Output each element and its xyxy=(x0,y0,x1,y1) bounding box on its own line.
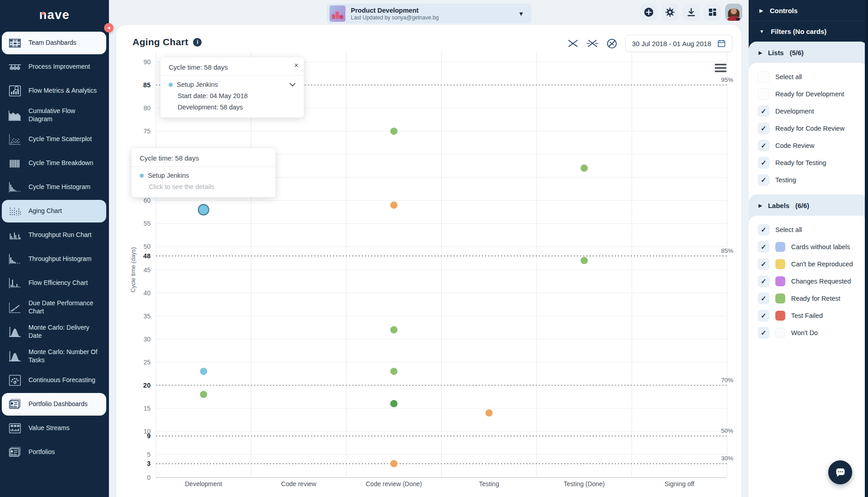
filter-option-label: Testing xyxy=(775,176,796,184)
sidebar-item-cumulative-flow-diagram[interactable]: Cumulative Flow Diagram xyxy=(2,104,106,127)
filter-option-label: Development xyxy=(775,108,814,115)
checkbox-checked[interactable]: ✓ xyxy=(758,275,769,287)
sidebar-item-cycle-time-scatterplot[interactable]: Cycle Time Scatterplot xyxy=(2,128,106,151)
label-color-swatch xyxy=(775,293,785,303)
x-axis-label: Testing xyxy=(479,480,499,488)
checkbox-checked[interactable]: ✓ xyxy=(758,174,769,186)
process-improvement-icon xyxy=(7,59,23,75)
controls-label: Controls xyxy=(770,7,798,14)
y-axis-tick-percentile: 85 xyxy=(143,81,151,89)
card-color-dot xyxy=(169,83,173,87)
user-avatar[interactable] xyxy=(725,4,742,21)
checkbox-checked[interactable]: ✓ xyxy=(758,327,769,339)
y-axis-tick: 5 xyxy=(147,451,151,458)
card-color-dot xyxy=(140,174,144,178)
data-point[interactable] xyxy=(198,204,209,215)
label-color-swatch xyxy=(775,259,785,269)
chart-menu-icon[interactable] xyxy=(715,64,726,72)
sidebar-item-throughput-histogram[interactable]: Throughput Histogram xyxy=(2,248,106,270)
checkbox-unchecked[interactable] xyxy=(758,71,769,83)
sidebar-item-label: Monte Carlo: Delivery Date xyxy=(28,324,101,340)
chat-button[interactable] xyxy=(828,460,852,484)
tooltip-card-row[interactable]: Setup Jenkins xyxy=(140,172,267,179)
sidebar-item-aging-chart[interactable]: Aging Chart xyxy=(2,200,106,222)
sidebar-item-throughput-run-chart[interactable]: Throughput Run Chart xyxy=(2,224,106,246)
sidebar-item-label: Cycle Time Breakdown xyxy=(28,159,93,167)
sidebar-item-due-date-performance-chart[interactable]: Due Date Performance Chart xyxy=(2,296,106,319)
data-point[interactable] xyxy=(580,257,588,264)
data-point[interactable] xyxy=(390,368,397,375)
sidebar-item-portfolio-dashboards[interactable]: Portfolio Dashboards xyxy=(2,393,106,416)
controls-section-header[interactable]: ▶ Controls xyxy=(749,0,868,21)
data-point[interactable] xyxy=(200,368,207,375)
data-point[interactable] xyxy=(580,165,588,172)
sidebar-item-team-dashbards[interactable]: Team Dashbards xyxy=(2,32,106,54)
sidebar-item-flow-efficiency-chart[interactable]: Flow Efficiency Chart xyxy=(2,272,106,294)
sidebar-item-label: Cycle Time Scatterplot xyxy=(28,135,92,143)
y-axis-title: Cycle time (days) xyxy=(130,247,137,292)
sidebar-item-value-streams[interactable]: Value Streams xyxy=(2,417,106,440)
logo-accent-mark xyxy=(41,11,45,14)
add-dashboard-button[interactable] xyxy=(640,4,657,21)
sidebar-item-cycle-time-histogram[interactable]: Cycle Time Histogram xyxy=(2,176,106,199)
data-point[interactable] xyxy=(486,409,493,417)
sidebar-item-flow-metrics-analytics[interactable]: Flow Metrics & Analytics xyxy=(2,80,106,102)
checkbox-checked[interactable]: ✓ xyxy=(758,157,769,169)
sidebar-item-portfolios[interactable]: Portfolios xyxy=(2,441,106,464)
tooltip-hover: Cycle time: 58 days Setup Jenkins Click … xyxy=(132,148,275,197)
labels-count: (6/6) xyxy=(795,202,809,209)
sidebar: nave ◀ Team DashbardsProcess Improvement… xyxy=(0,0,109,497)
y-axis-tick: 60 xyxy=(143,197,151,204)
sidebar-collapse-button[interactable]: ◀ xyxy=(104,23,113,33)
sidebar-item-process-improvement[interactable]: Process Improvement xyxy=(2,56,106,78)
settings-button[interactable] xyxy=(661,4,679,21)
card-name: Setup Jenkins xyxy=(177,81,218,88)
download-button[interactable] xyxy=(683,4,700,21)
y-axis-tick: 80 xyxy=(143,104,151,112)
chevron-down-icon[interactable]: ▼ xyxy=(518,10,524,17)
sidebar-item-label: Throughput Run Chart xyxy=(28,231,91,239)
sidebar-item-label: Cycle Time Histogram xyxy=(28,183,90,191)
scrollbar[interactable] xyxy=(865,0,868,497)
sidebar-item-label: Portfolio Dashboards xyxy=(28,400,88,408)
portfolio-cards-icon xyxy=(7,445,23,460)
tooltip-card-row[interactable]: Setup Jenkins xyxy=(169,81,296,88)
checkbox-checked[interactable]: ✓ xyxy=(758,241,769,253)
sidebar-item-monte-carlo-number-of-tasks[interactable]: Monte Carlo: Number Of Tasks xyxy=(2,345,106,368)
filter-option-cards-without-labels: ✓Cards without labels xyxy=(753,240,863,254)
info-icon[interactable]: i xyxy=(193,38,202,47)
data-point[interactable] xyxy=(390,128,397,135)
data-point[interactable] xyxy=(390,400,397,407)
checkbox-checked[interactable]: ✓ xyxy=(758,123,769,134)
board-selector[interactable]: Product Development Last Updated by sony… xyxy=(326,4,531,24)
sidebar-item-monte-carlo-delivery-date[interactable]: Monte Carlo: Delivery Date xyxy=(2,320,106,343)
filter-option-ready-for-code-review: ✓Ready for Code Review xyxy=(753,121,863,136)
board-texts: Product Development Last Updated by sony… xyxy=(351,7,439,21)
close-icon[interactable]: × xyxy=(294,62,298,70)
chevron-down-icon[interactable] xyxy=(289,83,296,87)
top-bar: Product Development Last Updated by sony… xyxy=(109,0,749,25)
y-axis-tick: 25 xyxy=(143,359,151,366)
data-point[interactable] xyxy=(390,460,397,467)
lists-checklist: Select allReady for Development✓Developm… xyxy=(749,63,868,194)
checkbox-checked[interactable]: ✓ xyxy=(758,105,769,117)
gauge-icon xyxy=(7,373,23,388)
sidebar-item-label: Cumulative Flow Diagram xyxy=(28,107,101,123)
checkbox-checked[interactable]: ✓ xyxy=(758,293,769,304)
sidebar-item-continuous-forecasting[interactable]: Continuous Forecasting xyxy=(2,369,106,392)
sidebar-item-cycle-time-breakdown[interactable]: Cycle Time Breakdown xyxy=(2,152,106,175)
labels-title: Labels xyxy=(768,202,790,209)
apps-grid-button[interactable] xyxy=(704,4,721,21)
checkbox-checked[interactable]: ✓ xyxy=(758,140,769,151)
checkbox-unchecked[interactable] xyxy=(758,88,769,100)
filters-section-header[interactable]: ▼ Filters (No cards) xyxy=(749,21,868,42)
filter-option-label: Test Failed xyxy=(791,312,823,319)
checkbox-checked[interactable]: ✓ xyxy=(758,258,769,270)
data-point[interactable] xyxy=(200,391,207,398)
tooltip-stage-duration: Development: 58 days xyxy=(178,104,296,111)
data-point[interactable] xyxy=(390,326,397,333)
checkbox-checked[interactable]: ✓ xyxy=(758,310,769,322)
data-point[interactable] xyxy=(390,202,397,209)
checkbox-checked[interactable]: ✓ xyxy=(758,224,769,236)
filter-option-development: ✓Development xyxy=(753,104,863,118)
